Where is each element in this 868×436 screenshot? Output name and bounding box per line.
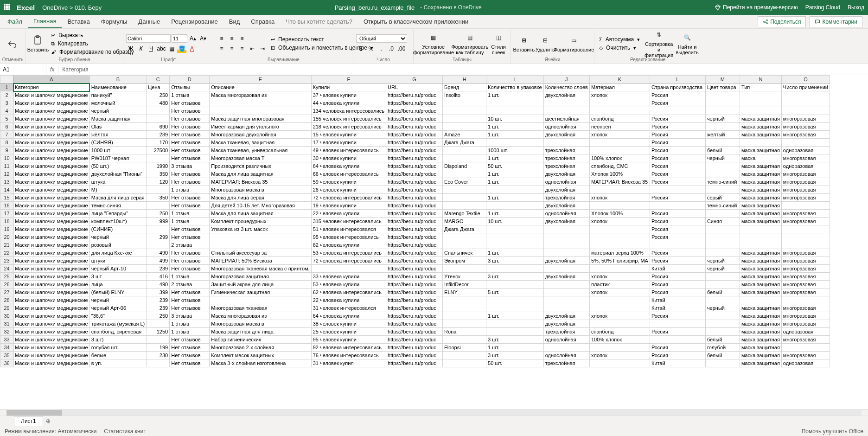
conditional-format-button[interactable]: ▦Условное форматирование xyxy=(416,30,451,57)
cell[interactable]: спанбонд, сиреневая xyxy=(89,328,146,336)
cell[interactable]: неопрен xyxy=(589,123,650,131)
cell[interactable]: Маска многоразовая из xyxy=(210,312,311,320)
cell[interactable] xyxy=(486,107,544,115)
cell[interactable]: Маска тканевая, универсальная xyxy=(210,147,311,154)
cell[interactable]: 1 отзыв xyxy=(170,218,210,225)
tab-home[interactable]: Главная xyxy=(28,15,62,28)
cell[interactable]: Россия xyxy=(650,210,705,218)
cell[interactable]: 31 человек купил xyxy=(311,359,386,367)
cell[interactable]: Маски и шапочки медицинские xyxy=(13,194,90,202)
cell[interactable]: маска защитная xyxy=(740,249,781,257)
row-header[interactable]: 8 xyxy=(0,139,13,147)
cell[interactable]: маска защитная xyxy=(740,178,781,186)
cell[interactable]: Маски и шапочки медицинские xyxy=(13,123,90,131)
cell[interactable] xyxy=(210,107,311,115)
cell[interactable] xyxy=(147,320,170,328)
cell[interactable]: трехслойная xyxy=(543,328,589,336)
filename[interactable]: Parsing_beru.ru_example_file xyxy=(335,4,415,11)
cell[interactable]: https://beru.ru/produc xyxy=(386,296,443,304)
cell[interactable] xyxy=(443,123,486,131)
tab-formulas[interactable]: Формулы xyxy=(96,15,133,28)
cell[interactable]: многоразовая xyxy=(781,336,830,344)
cell[interactable]: хлопок xyxy=(589,91,650,99)
cell[interactable] xyxy=(443,320,486,328)
cell[interactable]: https://beru.ru/produc xyxy=(386,265,443,273)
cell[interactable]: двухслойная "Пионы" xyxy=(89,170,146,178)
cell[interactable]: 53 человека интересовались xyxy=(311,249,386,257)
cell-styles-button[interactable]: ◫Стили ячеек xyxy=(489,30,508,57)
cell[interactable]: Нет отзывов xyxy=(170,296,210,304)
cell[interactable]: трехслойная xyxy=(543,359,589,367)
cell[interactable]: Материал xyxy=(589,83,650,91)
cell[interactable]: ELNY xyxy=(443,289,486,296)
cell[interactable]: однослойная xyxy=(543,336,589,344)
cell[interactable] xyxy=(705,273,740,281)
cell[interactable]: 1250 xyxy=(147,328,170,336)
cell[interactable] xyxy=(781,139,830,147)
cell[interactable]: маска защитная xyxy=(740,320,781,328)
cell[interactable]: Гигиеническая защитная xyxy=(210,289,311,296)
cell[interactable]: Маски и шапочки медицинские xyxy=(13,241,90,249)
cell[interactable]: Россия xyxy=(650,170,705,178)
cell[interactable]: штука xyxy=(89,178,146,186)
cell[interactable] xyxy=(443,186,486,194)
cell[interactable]: Нет отзывов xyxy=(170,202,210,210)
cell[interactable]: лица "Гепарды" xyxy=(89,210,146,218)
cell[interactable]: https://beru.ru/produc xyxy=(386,289,443,296)
cell[interactable]: молочный xyxy=(89,99,146,107)
cell[interactable]: https://beru.ru/produc xyxy=(386,202,443,210)
cell[interactable] xyxy=(486,202,544,210)
cell[interactable] xyxy=(147,225,170,233)
cell[interactable] xyxy=(486,139,544,147)
cell[interactable] xyxy=(543,139,589,147)
cell[interactable]: материал верха 100% xyxy=(589,249,650,257)
cell[interactable]: хлопок xyxy=(589,218,650,225)
row-header[interactable]: 34 xyxy=(0,344,13,352)
cell[interactable]: пластик xyxy=(589,281,650,289)
cell[interactable]: Маски и шапочки медицинские xyxy=(13,289,90,296)
tab-review[interactable]: Рецензирование xyxy=(166,15,223,28)
row-header[interactable]: 28 xyxy=(0,296,13,304)
cell[interactable]: 399 xyxy=(147,289,170,296)
cell[interactable]: Маски и шапочки медицинские xyxy=(13,359,90,367)
cell[interactable]: Бренд xyxy=(443,83,486,91)
cell[interactable]: 350 xyxy=(147,194,170,202)
cell[interactable] xyxy=(543,241,589,249)
cell[interactable] xyxy=(705,107,740,115)
cell[interactable]: Маски и шапочки медицинские xyxy=(13,320,90,328)
cell[interactable]: Маски и шапочки медицинские xyxy=(13,139,90,147)
cell[interactable]: https://beru.ru/produc xyxy=(386,99,443,107)
format-cells-button[interactable]: ▭Форматирование xyxy=(556,33,591,54)
cell[interactable] xyxy=(740,241,781,249)
cell[interactable]: Цена xyxy=(147,83,170,91)
cell[interactable]: белые xyxy=(89,352,146,359)
cell[interactable]: многоразовая xyxy=(781,178,830,186)
cell[interactable]: Нет отзывов xyxy=(170,336,210,344)
row-header[interactable]: 2 xyxy=(0,91,13,99)
col-header[interactable]: A xyxy=(13,76,90,83)
cell[interactable]: Страна производства xyxy=(650,83,705,91)
cell[interactable]: Маски и шапочки медицинские xyxy=(13,154,90,162)
cell[interactable]: маска защитная xyxy=(740,352,781,359)
cell[interactable]: черный xyxy=(705,304,740,312)
cell[interactable]: Маски и шапочки медицинские xyxy=(13,225,90,233)
spreadsheet-grid[interactable]: ABCDEFGHIJKLMNO1КатегорияНаименованиеЦен… xyxy=(0,75,868,409)
cell[interactable]: 199 xyxy=(147,344,170,352)
cell[interactable]: Маски и шапочки медицинские xyxy=(13,218,90,225)
row-header[interactable]: 33 xyxy=(0,336,13,344)
cell[interactable] xyxy=(781,233,830,241)
cell[interactable]: Экопром xyxy=(443,257,486,265)
cell[interactable] xyxy=(781,91,830,99)
row-header[interactable]: 11 xyxy=(0,162,13,170)
cell[interactable]: https://beru.ru/produc xyxy=(386,186,443,194)
cell[interactable]: Маски и шапочки медицинские xyxy=(13,304,90,312)
cell[interactable]: 25 человек купили xyxy=(311,328,386,336)
cell[interactable]: 1 шт. xyxy=(486,210,544,218)
cell[interactable] xyxy=(486,265,544,273)
cell[interactable] xyxy=(589,344,650,352)
cell[interactable]: 38 человек купили xyxy=(311,320,386,328)
cell[interactable] xyxy=(443,265,486,273)
cell[interactable]: многоразовая xyxy=(781,273,830,281)
cell[interactable]: Цвет товара xyxy=(705,83,740,91)
cell[interactable]: хлопок xyxy=(589,352,650,359)
